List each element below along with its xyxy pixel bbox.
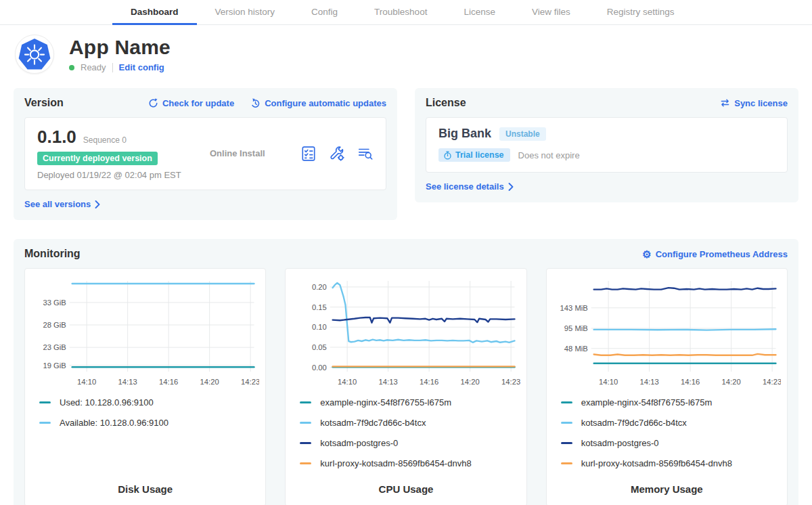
svg-text:14:20: 14:20 <box>200 378 219 386</box>
svg-text:0.05: 0.05 <box>312 343 327 351</box>
deployed-status-badge: Currently deployed version <box>37 152 158 165</box>
tab-registry-settings[interactable]: Registry settings <box>589 0 693 25</box>
see-all-versions-link[interactable]: See all versions <box>24 199 100 209</box>
version-sequence: Sequence 0 <box>83 135 127 145</box>
legend-item: kurl-proxy-kotsadm-8569fb6454-dnvh8 <box>300 458 520 468</box>
legend-color-dash <box>300 401 311 403</box>
page-title: App Name <box>69 36 171 59</box>
gear-icon: ⚙ <box>642 249 651 259</box>
tab-view-files[interactable]: View files <box>514 0 589 25</box>
svg-text:0.10: 0.10 <box>312 323 327 331</box>
chevron-right-icon <box>508 183 514 191</box>
tab-dashboard[interactable]: Dashboard <box>112 0 197 25</box>
svg-text:14:16: 14:16 <box>420 378 438 386</box>
legend-item: Available: 10.128.0.96:9100 <box>39 418 259 428</box>
license-expiry: Does not expire <box>518 150 580 160</box>
legend-label: example-nginx-54f8f76755-l675m <box>320 397 451 408</box>
app-status: Ready <box>81 62 106 72</box>
config-wrench-icon[interactable] <box>329 146 345 162</box>
legend-label: Available: 10.128.0.96:9100 <box>60 418 168 428</box>
cpu-usage-legend: example-nginx-54f8f76755-l675mkotsadm-7f… <box>300 397 520 468</box>
license-type-badge: Trial license <box>438 148 510 162</box>
legend-color-dash <box>300 422 311 424</box>
monitoring-title: Monitoring <box>24 248 81 260</box>
svg-text:14:20: 14:20 <box>461 378 480 386</box>
tab-version-history[interactable]: Version history <box>197 0 294 25</box>
legend-label: kurl-proxy-kotsadm-8569fb6454-dnvh8 <box>320 458 471 468</box>
memory-usage-chart-card: 14:1014:1314:1614:2014:2348 MiB95 MiB143… <box>546 268 788 505</box>
legend-label: kotsadm-postgres-0 <box>581 438 659 448</box>
svg-text:14:20: 14:20 <box>721 378 740 386</box>
svg-text:14:10: 14:10 <box>77 378 96 386</box>
chevron-right-icon <box>95 200 100 208</box>
legend-label: kotsadm-postgres-0 <box>320 438 398 448</box>
chart-title: CPU Usage <box>292 468 520 495</box>
svg-text:23 GiB: 23 GiB <box>43 343 66 351</box>
license-card: Big Bank Unstable Trial license Does not… <box>426 117 788 173</box>
tab-troubleshoot[interactable]: Troubleshoot <box>356 0 445 25</box>
svg-text:14:16: 14:16 <box>159 378 178 386</box>
legend-label: example-nginx-54f8f76755-l675m <box>581 397 713 408</box>
legend-item: example-nginx-54f8f76755-l675m <box>300 397 520 408</box>
configure-prometheus-label: Configure Prometheus Address <box>656 249 788 259</box>
legend-label: Used: 10.128.0.96:9100 <box>60 397 154 408</box>
ready-status-dot <box>69 65 74 70</box>
tab-license[interactable]: License <box>445 0 514 25</box>
clock-refresh-icon <box>250 98 261 108</box>
version-panel-title: Version <box>24 97 64 109</box>
license-panel: License Sync license Big Bank Unstable <box>415 88 798 202</box>
svg-text:33 GiB: 33 GiB <box>43 299 66 307</box>
legend-color-dash <box>561 442 572 444</box>
legend-color-dash <box>561 422 572 424</box>
tab-config[interactable]: Config <box>293 0 356 25</box>
legend-color-dash <box>300 442 311 444</box>
legend-color-dash <box>561 401 572 403</box>
disk-usage-legend: Used: 10.128.0.96:9100Available: 10.128.… <box>39 397 259 428</box>
stopwatch-icon <box>443 151 452 160</box>
monitoring-panel: Monitoring ⚙ Configure Prometheus Addres… <box>14 239 798 505</box>
legend-item: kotsadm-7f9dc7d66c-b4tcx <box>300 418 520 428</box>
check-for-update-link[interactable]: Check for update <box>148 98 234 108</box>
see-all-versions-label: See all versions <box>24 199 91 209</box>
refresh-icon <box>148 98 158 108</box>
svg-text:48 MiB: 48 MiB <box>564 345 588 353</box>
see-license-details-link[interactable]: See license details <box>426 181 514 192</box>
configure-automatic-updates-link[interactable]: Configure automatic updates <box>250 98 386 108</box>
disk-usage-chart: 14:1014:1314:1614:2014:2319 GiB23 GiB28 … <box>31 276 259 389</box>
install-type-label: Online Install <box>210 148 300 158</box>
memory-usage-chart: 14:1014:1314:1614:2014:2348 MiB95 MiB143… <box>553 276 781 389</box>
svg-text:14:13: 14:13 <box>639 378 658 386</box>
app-header: App Name Ready Edit config <box>0 25 812 79</box>
view-logs-icon[interactable] <box>357 146 374 162</box>
svg-text:14:13: 14:13 <box>118 378 137 386</box>
cpu-usage-chart-card: 14:1014:1314:1614:2014:230.000.050.100.1… <box>285 268 526 505</box>
disk-usage-chart-card: 14:1014:1314:1614:2014:2319 GiB23 GiB28 … <box>24 268 266 505</box>
see-license-details-label: See license details <box>426 181 504 192</box>
svg-text:0.20: 0.20 <box>312 283 327 291</box>
channel-badge: Unstable <box>499 127 546 141</box>
deployed-timestamp: Deployed 01/19/22 @ 02:04 pm EST <box>37 170 210 180</box>
legend-label: kurl-proxy-kotsadm-8569fb6454-dnvh8 <box>581 458 732 468</box>
kubernetes-logo <box>18 37 51 71</box>
svg-text:14:23: 14:23 <box>501 378 520 386</box>
legend-label: kotsadm-7f9dc7d66c-b4tcx <box>581 418 687 428</box>
svg-text:28 GiB: 28 GiB <box>43 321 66 329</box>
svg-text:95 MiB: 95 MiB <box>564 324 588 332</box>
sync-license-label: Sync license <box>734 98 788 108</box>
cpu-usage-chart: 14:1014:1314:1614:2014:230.000.050.100.1… <box>292 276 520 389</box>
sync-arrows-icon <box>720 98 730 108</box>
legend-color-dash <box>39 422 51 424</box>
sync-license-link[interactable]: Sync license <box>720 98 788 108</box>
memory-usage-legend: example-nginx-54f8f76755-l675mkotsadm-7f… <box>561 397 781 468</box>
configure-prometheus-link[interactable]: ⚙ Configure Prometheus Address <box>642 249 788 259</box>
divider <box>112 63 113 72</box>
legend-item: kotsadm-7f9dc7d66c-b4tcx <box>561 418 781 428</box>
edit-config-link[interactable]: Edit config <box>119 62 164 72</box>
svg-text:0.00: 0.00 <box>312 364 327 372</box>
check-for-update-label: Check for update <box>162 98 234 108</box>
legend-item: kurl-proxy-kotsadm-8569fb6454-dnvh8 <box>561 458 781 468</box>
preflight-checklist-icon[interactable] <box>300 146 317 162</box>
license-customer-name: Big Bank <box>438 127 491 141</box>
legend-label: kotsadm-7f9dc7d66c-b4tcx <box>320 418 426 428</box>
chart-title: Disk Usage <box>31 468 259 495</box>
